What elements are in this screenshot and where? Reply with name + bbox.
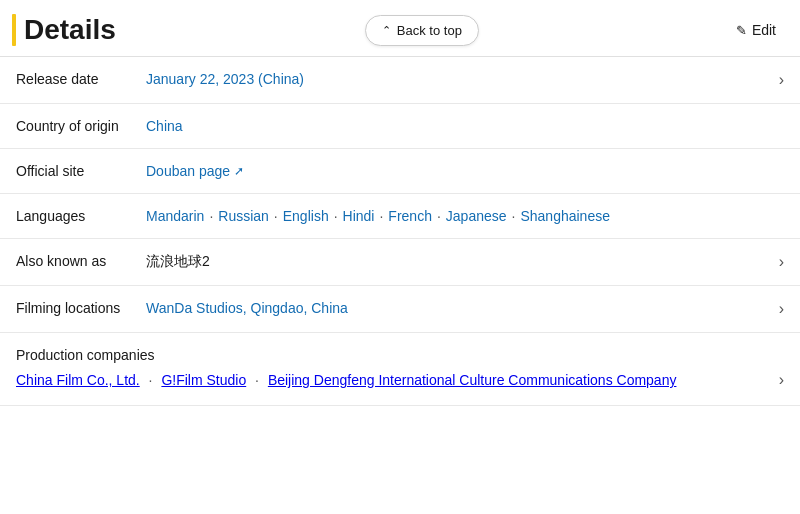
also-known-as-label: Also known as — [16, 253, 146, 269]
edit-button[interactable]: ✎ Edit — [728, 18, 784, 42]
lang-sep-1: · — [209, 208, 213, 224]
filming-locations-label: Filming locations — [16, 300, 146, 316]
production-companies-section: Production companies China Film Co., Ltd… — [0, 333, 800, 406]
chevron-up-icon: ⌃ — [382, 24, 391, 37]
country-of-origin-row: Country of origin China — [0, 104, 800, 149]
company-sep-2: · — [255, 372, 263, 388]
header-left: Details — [12, 14, 116, 46]
company-gfilm[interactable]: G!Film Studio — [161, 372, 246, 388]
page-container: Details ⌃ Back to top ✎ Edit Release dat… — [0, 0, 800, 406]
lang-english[interactable]: English — [283, 208, 329, 224]
title-bar: Details — [12, 14, 116, 46]
lang-sep-2: · — [274, 208, 278, 224]
lang-french[interactable]: French — [388, 208, 432, 224]
official-site-link[interactable]: Douban page — [146, 163, 230, 179]
languages-row: Languages Mandarin · Russian · English ·… — [0, 194, 800, 239]
official-site-row: Official site Douban page ➚ — [0, 149, 800, 194]
release-date-label: Release date — [16, 71, 146, 87]
official-site-value: Douban page ➚ — [146, 163, 784, 179]
chevron-right-prod-icon: › — [767, 371, 784, 389]
external-link-icon: ➚ — [234, 164, 244, 178]
also-known-as-row[interactable]: Also known as 流浪地球2 › — [0, 239, 800, 286]
country-label: Country of origin — [16, 118, 146, 134]
country-value[interactable]: China — [146, 118, 784, 134]
release-date-row[interactable]: Release date January 22, 2023 (China) › — [0, 57, 800, 104]
back-to-top-label: Back to top — [397, 23, 462, 38]
production-companies-list: China Film Co., Ltd. · G!Film Studio · B… — [16, 369, 759, 391]
title-accent-bar — [12, 14, 16, 46]
pencil-icon: ✎ — [736, 23, 747, 38]
edit-label: Edit — [752, 22, 776, 38]
chevron-right-icon: › — [767, 71, 784, 89]
page-title: Details — [24, 14, 116, 46]
lang-shanghainese[interactable]: Shanghainese — [520, 208, 610, 224]
lang-hindi[interactable]: Hindi — [343, 208, 375, 224]
lang-sep-6: · — [512, 208, 516, 224]
languages-value: Mandarin · Russian · English · Hindi · F… — [146, 208, 784, 224]
company-china-film[interactable]: China Film Co., Ltd. — [16, 372, 140, 388]
production-companies-label: Production companies — [16, 347, 784, 363]
lang-russian[interactable]: Russian — [218, 208, 269, 224]
lang-japanese[interactable]: Japanese — [446, 208, 507, 224]
filming-locations-row[interactable]: Filming locations WanDa Studios, Qingdao… — [0, 286, 800, 333]
filming-locations-value: WanDa Studios, Qingdao, China — [146, 300, 767, 316]
lang-sep-4: · — [379, 208, 383, 224]
chevron-right-filming-icon: › — [767, 300, 784, 318]
lang-mandarin[interactable]: Mandarin — [146, 208, 204, 224]
lang-sep-3: · — [334, 208, 338, 224]
company-sep-1: · — [149, 372, 157, 388]
details-header: Details ⌃ Back to top ✎ Edit — [0, 0, 800, 57]
release-date-value: January 22, 2023 (China) — [146, 71, 767, 87]
production-companies-content: China Film Co., Ltd. · G!Film Studio · B… — [16, 369, 784, 391]
languages-label: Languages — [16, 208, 146, 224]
also-known-as-value: 流浪地球2 — [146, 253, 767, 271]
official-site-label: Official site — [16, 163, 146, 179]
company-beijing-dengfeng[interactable]: Beijing Dengfeng International Culture C… — [268, 372, 677, 388]
chevron-right-aka-icon: › — [767, 253, 784, 271]
language-list: Mandarin · Russian · English · Hindi · F… — [146, 208, 784, 224]
lang-sep-5: · — [437, 208, 441, 224]
back-to-top-button[interactable]: ⌃ Back to top — [365, 15, 479, 46]
